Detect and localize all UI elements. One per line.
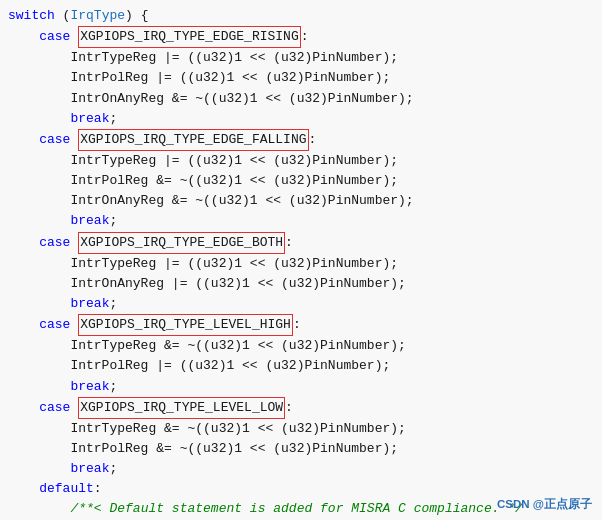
code-line: case XGPIOPS_IRQ_TYPE_LEVEL_HIGH: (8, 314, 594, 336)
code-text: IntrPolReg &= ~((u32)1 << (u32)PinNumber… (8, 439, 398, 459)
code-text (8, 499, 70, 519)
code-line: IntrPolReg &= ~((u32)1 << (u32)PinNumber… (8, 171, 594, 191)
code-text (8, 109, 70, 129)
keyword: case (39, 233, 70, 253)
code-text (8, 27, 39, 47)
code-text: IntrOnAnyReg &= ~((u32)1 << (u32)PinNumb… (8, 191, 414, 211)
keyword: break (70, 377, 109, 397)
keyword: break (70, 459, 109, 479)
code-text: : (301, 27, 309, 47)
code-line: IntrOnAnyReg &= ~((u32)1 << (u32)PinNumb… (8, 191, 594, 211)
keyword: break (70, 109, 109, 129)
keyword: case (39, 130, 70, 150)
code-text: : (285, 398, 293, 418)
code-text: : (285, 233, 293, 253)
code-line: switch (IrqType) { (8, 6, 594, 26)
case-label: XGPIOPS_IRQ_TYPE_LEVEL_LOW (78, 397, 285, 419)
code-line: IntrTypeReg |= ((u32)1 << (u32)PinNumber… (8, 48, 594, 68)
case-label: XGPIOPS_IRQ_TYPE_EDGE_RISING (78, 26, 300, 48)
code-text (70, 233, 78, 253)
code-text (70, 315, 78, 335)
code-text (8, 294, 70, 314)
code-text: : (309, 130, 317, 150)
code-text: ( (55, 6, 71, 26)
code-text: IntrPolReg |= ((u32)1 << (u32)PinNumber)… (8, 356, 390, 376)
code-text: : (94, 479, 102, 499)
code-line: break; (8, 109, 594, 129)
code-line: case XGPIOPS_IRQ_TYPE_EDGE_BOTH: (8, 232, 594, 254)
code-text: IntrPolReg &= ~((u32)1 << (u32)PinNumber… (8, 171, 398, 191)
code-text (70, 27, 78, 47)
code-line: case XGPIOPS_IRQ_TYPE_EDGE_FALLING: (8, 129, 594, 151)
code-text (8, 130, 39, 150)
code-text (8, 398, 39, 418)
code-text: IntrOnAnyReg |= ((u32)1 << (u32)PinNumbe… (8, 274, 406, 294)
code-text: IntrTypeReg &= ~((u32)1 << (u32)PinNumbe… (8, 336, 406, 356)
code-line: IntrPolReg &= ~((u32)1 << (u32)PinNumber… (8, 439, 594, 459)
code-text: IntrOnAnyReg &= ~((u32)1 << (u32)PinNumb… (8, 89, 414, 109)
code-text: IntrTypeReg &= ~((u32)1 << (u32)PinNumbe… (8, 419, 406, 439)
code-text: ) { (125, 6, 148, 26)
keyword: break (70, 211, 109, 231)
watermark: CSDN @正点原子 (497, 496, 592, 514)
code-block: switch (IrqType) { case XGPIOPS_IRQ_TYPE… (0, 0, 602, 520)
code-text: ; (109, 294, 117, 314)
code-line: break; (8, 294, 594, 314)
code-text: IntrPolReg |= ((u32)1 << (u32)PinNumber)… (8, 68, 390, 88)
code-text: IntrTypeReg |= ((u32)1 << (u32)PinNumber… (8, 48, 398, 68)
keyword: switch (8, 6, 55, 26)
keyword: case (39, 315, 70, 335)
code-text: IntrTypeReg |= ((u32)1 << (u32)PinNumber… (8, 151, 398, 171)
code-line: break; (8, 377, 594, 397)
code-line: case XGPIOPS_IRQ_TYPE_LEVEL_LOW: (8, 397, 594, 419)
code-text: : (293, 315, 301, 335)
keyword: case (39, 27, 70, 47)
watermark-csdn: CSDN @正点原子 (497, 498, 592, 510)
case-label: XGPIOPS_IRQ_TYPE_EDGE_BOTH (78, 232, 285, 254)
code-text (8, 315, 39, 335)
code-text: ; (109, 459, 117, 479)
code-line: IntrTypeReg &= ~((u32)1 << (u32)PinNumbe… (8, 336, 594, 356)
code-text: ; (109, 211, 117, 231)
code-text (8, 211, 70, 231)
case-label: XGPIOPS_IRQ_TYPE_EDGE_FALLING (78, 129, 308, 151)
code-line: IntrTypeReg |= ((u32)1 << (u32)PinNumber… (8, 254, 594, 274)
code-line: IntrPolReg |= ((u32)1 << (u32)PinNumber)… (8, 68, 594, 88)
code-line: IntrTypeReg |= ((u32)1 << (u32)PinNumber… (8, 151, 594, 171)
code-text: IntrTypeReg |= ((u32)1 << (u32)PinNumber… (8, 254, 398, 274)
code-line: break; (8, 211, 594, 231)
code-text (8, 459, 70, 479)
code-line: IntrOnAnyReg &= ~((u32)1 << (u32)PinNumb… (8, 89, 594, 109)
code-text (70, 130, 78, 150)
keyword: case (39, 398, 70, 418)
code-line: IntrTypeReg &= ~((u32)1 << (u32)PinNumbe… (8, 419, 594, 439)
code-line: break; (8, 459, 594, 479)
code-line: IntrPolReg |= ((u32)1 << (u32)PinNumber)… (8, 356, 594, 376)
code-text: ; (109, 377, 117, 397)
code-text (70, 398, 78, 418)
code-text (8, 377, 70, 397)
code-text: ; (109, 109, 117, 129)
code-text (8, 233, 39, 253)
identifier: IrqType (70, 6, 125, 26)
code-lines: switch (IrqType) { case XGPIOPS_IRQ_TYPE… (8, 6, 594, 520)
case-label: XGPIOPS_IRQ_TYPE_LEVEL_HIGH (78, 314, 293, 336)
code-text (8, 479, 39, 499)
keyword: break (70, 294, 109, 314)
comment: /**< Default statement is added for MISR… (70, 499, 522, 519)
code-line: IntrOnAnyReg |= ((u32)1 << (u32)PinNumbe… (8, 274, 594, 294)
keyword: default (39, 479, 94, 499)
code-line: case XGPIOPS_IRQ_TYPE_EDGE_RISING: (8, 26, 594, 48)
